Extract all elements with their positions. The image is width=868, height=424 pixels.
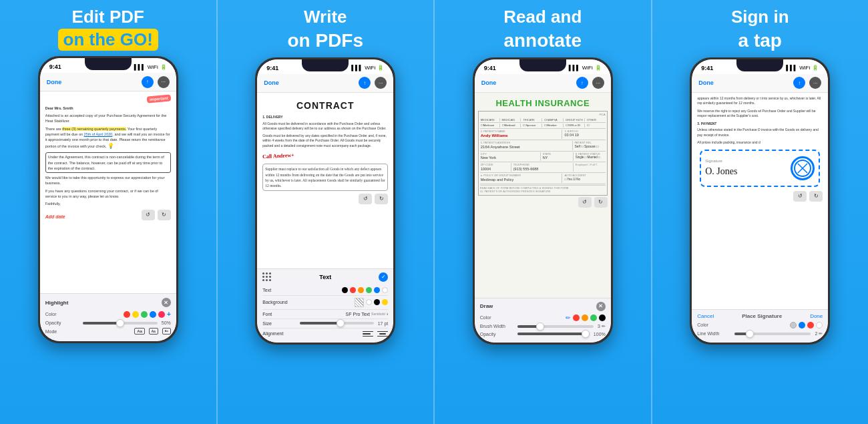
zip-value: 10004 (481, 167, 510, 172)
nav-done-2[interactable]: Done (264, 79, 279, 86)
nav-bar-1: Done ↑ ··· (40, 73, 176, 91)
color-add-icon[interactable]: + (167, 310, 171, 318)
opacity-value-3: 100% (594, 332, 606, 337)
nav-done-1[interactable]: Done (47, 79, 62, 85)
address-cell: 5. PATIENT'S ADDRESS 2164 Anywhere Stree… (480, 141, 573, 150)
sc-red[interactable] (807, 322, 814, 329)
tc-orange[interactable] (358, 287, 364, 293)
panel1-headline-line1: Edit PDF (58, 7, 158, 27)
redo-button-1[interactable]: ↻ (158, 210, 171, 220)
phone-outer-4: 9:41 ▌▌▌ WiFi 🔋 Done ↑ ··· (690, 57, 830, 345)
sc-white[interactable] (816, 322, 823, 329)
sc-blue[interactable] (799, 322, 805, 329)
tt-confirm-button[interactable]: ✓ (379, 272, 388, 282)
mode-aa-3[interactable]: Aa (162, 328, 171, 335)
highlight-toolbar: Highlight ✕ Color + (40, 293, 176, 341)
important-tag: important (147, 95, 171, 103)
redo-button-2[interactable]: ↻ (375, 194, 388, 204)
drag-handle[interactable] (262, 272, 272, 282)
nav-upload-icon-2[interactable]: ↑ (359, 77, 371, 89)
opacity-slider-3[interactable] (517, 333, 590, 335)
form-row-headers: MEDICARE MEDICAID TRICARE CHAMPVA GROUP … (480, 118, 606, 124)
size-slider[interactable] (300, 322, 373, 325)
bg-yellow[interactable] (382, 299, 388, 305)
form-cell-medicare: MEDICARE (480, 118, 500, 122)
alignment-icons (363, 331, 388, 337)
opacity-label-3: Opacity (480, 332, 513, 337)
sign-color-dots (790, 322, 823, 329)
nav-more-icon-2[interactable]: ··· (375, 77, 387, 89)
redo-button-4[interactable]: ↻ (809, 191, 823, 202)
draw-toolbar-close[interactable]: ✕ (596, 302, 606, 311)
color-yellow[interactable] (132, 311, 139, 318)
form-row-checkboxes: ☐Medicare ☐Medicaid ☐Sponsor ☐Member ☐SS… (480, 123, 606, 129)
phone-mockup-1: 9:41 ▌▌▌ WiFi 🔋 Done ↑ ··· (38, 56, 178, 343)
sign-done-button[interactable]: Done (810, 313, 823, 319)
dc-black[interactable] (599, 314, 606, 321)
bg-black[interactable] (374, 299, 380, 305)
undo-button-1[interactable]: ↺ (142, 210, 155, 220)
color-green[interactable] (141, 311, 148, 318)
nav-bar-2: Done ↑ ··· (257, 74, 393, 93)
bg-white[interactable] (366, 299, 372, 305)
rel-values: Self □ Spouse □ (575, 144, 605, 149)
opacity-slider[interactable] (83, 322, 158, 325)
font-value[interactable]: SF Pro Text Semibold › (346, 312, 389, 316)
accident-cell: AUTO ACCIDENT □ Yes ☑ No (564, 174, 605, 182)
redo-button-3[interactable]: ↻ (594, 197, 608, 208)
nav-icons-2: ↑ ··· (359, 77, 387, 89)
nav-upload-icon-4[interactable]: ↑ (793, 77, 805, 89)
phone-value: (913) 555-6688 (513, 167, 572, 172)
city-cell: CITY New York (480, 152, 541, 161)
phone-outer-3: 9:41 ▌▌▌ WiFi 🔋 Done ↑ ··· (473, 57, 613, 345)
color-blue[interactable] (150, 311, 156, 318)
signature-cursive: O. Jones (705, 165, 737, 178)
dc-green[interactable] (590, 314, 597, 321)
tc-green[interactable] (366, 287, 372, 293)
toolbar-close-1[interactable]: ✕ (162, 298, 171, 307)
panel2-headline: Write on PDFs (287, 0, 363, 52)
mode-aa-2[interactable]: Aa (149, 328, 158, 335)
nav-done-4[interactable]: Done (698, 79, 714, 86)
cancel-button[interactable]: Cancel (697, 313, 714, 319)
color-pink[interactable] (158, 311, 165, 318)
sign-body1: appears within 12 months from delivery o… (697, 96, 823, 106)
contract-title: CONTRACT (262, 99, 388, 113)
panel-read-annotate: Read and annotate 9:41 ▌▌▌ WiFi 🔋 (435, 0, 652, 424)
nav-upload-icon-3[interactable]: ↑ (576, 77, 588, 89)
tc-white[interactable] (382, 287, 388, 293)
signature-box[interactable]: Signature O. Jones (700, 150, 820, 187)
linewidth-slider[interactable] (734, 333, 811, 335)
undo-button-3[interactable]: ↺ (578, 197, 592, 208)
form-cell-other: OTHER (586, 118, 606, 122)
sc-gray[interactable] (790, 322, 797, 329)
tc-red[interactable] (350, 287, 356, 293)
sign-section3: 3. PAYMENT (697, 122, 823, 127)
nav-more-icon[interactable]: ··· (158, 76, 170, 88)
mode-aa-1[interactable]: Aa (134, 328, 144, 335)
nav-more-icon-3[interactable]: ··· (592, 77, 604, 89)
tc-black[interactable] (342, 287, 348, 293)
align-left-icon[interactable] (363, 331, 373, 337)
tc-blue[interactable] (374, 287, 380, 293)
panel4-headline-line2: a tap (731, 29, 789, 52)
nav-done-3[interactable]: Done (481, 79, 497, 86)
tricare-checkbox: ☐Sponsor (522, 124, 542, 128)
alignment-row: Alignment (262, 329, 388, 339)
dc-red[interactable] (573, 314, 580, 321)
brush-slider[interactable] (517, 325, 594, 328)
screen-content-4: appears within 12 months from delivery o… (692, 93, 828, 309)
bg-pattern[interactable] (355, 298, 364, 307)
color-red[interactable] (124, 311, 130, 318)
font-row: Font SF Pro Text Semibold › (262, 310, 388, 319)
dc-orange[interactable] (582, 314, 588, 321)
panel1-headline-line2: on the GO! (58, 29, 158, 51)
align-center-icon[interactable] (377, 331, 388, 337)
nav-upload-icon[interactable]: ↑ (142, 76, 154, 88)
nav-more-icon-4[interactable]: ··· (809, 77, 821, 89)
undo-button-2[interactable]: ↺ (359, 194, 372, 204)
color-dots: + (124, 310, 171, 318)
undo-button-4[interactable]: ↺ (793, 191, 807, 202)
place-signature-button[interactable]: Place Signature (742, 313, 782, 319)
policy-value: Medimap and Policy (481, 178, 562, 183)
